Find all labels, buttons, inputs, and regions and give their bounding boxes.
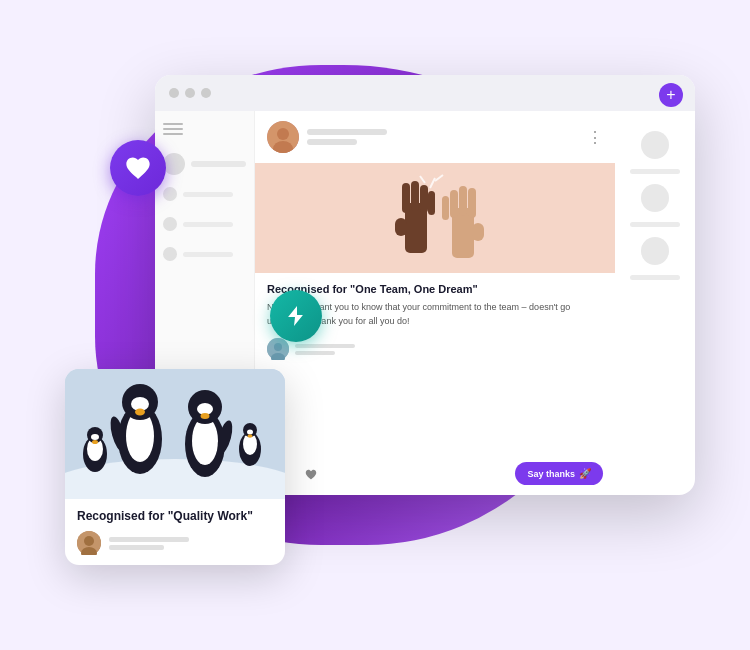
small-card-user-name xyxy=(109,537,189,542)
right-line-3 xyxy=(630,275,680,280)
menu-icon-1 xyxy=(163,187,177,201)
commenter-info xyxy=(295,344,355,355)
sidebar-item-3[interactable] xyxy=(163,243,246,265)
svg-point-46 xyxy=(84,536,94,546)
menu-label-2 xyxy=(183,222,233,227)
svg-rect-15 xyxy=(459,186,467,216)
svg-line-4 xyxy=(420,176,425,183)
svg-rect-13 xyxy=(472,223,484,241)
browser-dot-2 xyxy=(185,88,195,98)
svg-line-3 xyxy=(430,178,435,188)
browser-right-panel xyxy=(615,111,695,495)
heart-reaction-button[interactable] xyxy=(303,466,319,482)
svg-point-43 xyxy=(201,413,210,419)
small-card-title: Recognised for "Quality Work" xyxy=(77,509,273,523)
heart-icon xyxy=(124,154,152,182)
svg-rect-17 xyxy=(442,196,449,220)
svg-rect-7 xyxy=(395,218,407,236)
author-name-line xyxy=(307,129,387,135)
hamburger-icon[interactable] xyxy=(163,123,183,137)
penguin-illustration xyxy=(65,369,285,499)
browser-titlebar xyxy=(155,75,695,111)
menu-icon-3 xyxy=(163,247,177,261)
post-author-info xyxy=(307,129,579,145)
svg-point-40 xyxy=(192,417,218,465)
card-header: ⋮ xyxy=(255,111,615,163)
add-button[interactable]: + xyxy=(659,83,683,107)
small-card-avatar xyxy=(77,531,101,555)
svg-rect-16 xyxy=(450,190,458,218)
svg-point-1 xyxy=(277,128,289,140)
svg-point-37 xyxy=(135,409,145,416)
svg-point-27 xyxy=(92,440,98,444)
svg-line-5 xyxy=(435,175,443,181)
card-actions-bar: Say thanks 🚀 xyxy=(255,462,615,495)
sidebar-name-line xyxy=(191,161,246,167)
svg-point-19 xyxy=(274,343,282,351)
browser-dot-1 xyxy=(169,88,179,98)
right-avatar-1 xyxy=(641,131,669,159)
svg-rect-8 xyxy=(402,183,410,213)
post-author-avatar xyxy=(267,121,299,153)
sidebar-item-1[interactable] xyxy=(163,183,246,205)
menu-icon-2 xyxy=(163,217,177,231)
commenter-name xyxy=(295,344,355,348)
say-thanks-button[interactable]: Say thanks 🚀 xyxy=(515,462,603,485)
scene: ⋮ xyxy=(35,45,715,605)
sidebar-avatar xyxy=(163,153,185,175)
small-card-body: Recognised for "Quality Work" xyxy=(65,499,285,565)
svg-point-31 xyxy=(247,430,253,435)
small-card-footer xyxy=(77,531,273,555)
svg-rect-11 xyxy=(428,191,435,215)
svg-rect-14 xyxy=(468,188,476,218)
small-card-user-info xyxy=(109,537,189,550)
commenter-row xyxy=(267,338,603,360)
send-icon: 🚀 xyxy=(579,468,591,479)
more-options-button[interactable]: ⋮ xyxy=(587,128,603,147)
svg-rect-10 xyxy=(420,185,428,213)
card-hero-image xyxy=(255,163,615,273)
high-five-illustration xyxy=(355,173,515,273)
sidebar-user-row xyxy=(163,153,246,175)
say-thanks-label: Say thanks xyxy=(527,469,575,479)
menu-label-3 xyxy=(183,252,233,257)
small-card-user-detail xyxy=(109,545,164,550)
lightning-icon xyxy=(284,304,308,328)
card-title: Recognised for "One Team, One Dream" xyxy=(267,283,603,295)
heart-badge xyxy=(110,140,166,196)
author-detail-line xyxy=(307,139,357,145)
right-line-1 xyxy=(630,169,680,174)
right-avatar-2 xyxy=(641,184,669,212)
commenter-detail xyxy=(295,351,335,355)
svg-point-32 xyxy=(248,434,253,438)
browser-dot-3 xyxy=(201,88,211,98)
right-line-2 xyxy=(630,222,680,227)
lightning-badge xyxy=(270,290,322,342)
small-card: Recognised for "Quality Work" xyxy=(65,369,285,565)
right-avatar-3 xyxy=(641,237,669,265)
small-card-image xyxy=(65,369,285,499)
svg-rect-9 xyxy=(411,181,419,211)
commenter-avatar xyxy=(267,338,289,360)
sidebar-item-2[interactable] xyxy=(163,213,246,235)
menu-label-1 xyxy=(183,192,233,197)
svg-point-26 xyxy=(91,434,99,440)
